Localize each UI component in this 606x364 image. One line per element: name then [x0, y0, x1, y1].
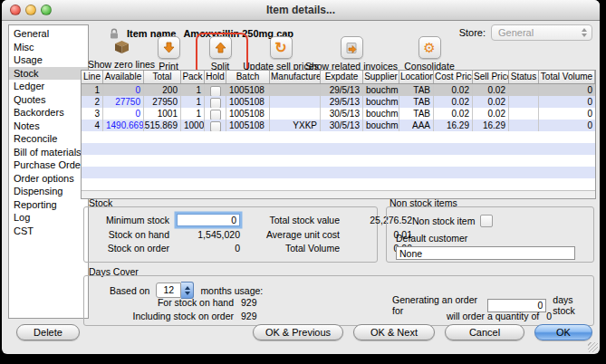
- cell-location: TAB: [399, 108, 434, 120]
- sidebar-item-reconcile[interactable]: Reconcile: [9, 132, 88, 146]
- ok-next-button[interactable]: OK & Next: [353, 324, 435, 340]
- ok-button[interactable]: OK: [534, 324, 592, 340]
- cell-sell-price: 0.02: [473, 84, 509, 96]
- window-content: General Misc Usage Stock Ledger Quotes B…: [2, 20, 600, 354]
- sidebar-item-quotes[interactable]: Quotes: [9, 93, 88, 107]
- sidebar-item-cst[interactable]: CST: [9, 225, 88, 238]
- cell-available: 1490.669: [103, 120, 144, 131]
- cell-hold: [205, 96, 226, 108]
- cell-cost-price: 0.02: [434, 108, 473, 120]
- cell-pack: 1000: [181, 120, 205, 131]
- sidebar-item-dispensing[interactable]: Dispensing: [9, 185, 88, 198]
- tool-show-related-invoices[interactable]: Show related invoices: [298, 36, 405, 72]
- resize-grip[interactable]: [588, 342, 598, 352]
- total-volume-label: Total Volume: [247, 243, 340, 254]
- table-row[interactable]: 2 27750 27950 1 1005108 29/5/13 bouchm T…: [82, 96, 595, 108]
- cell-hold: [205, 108, 226, 120]
- sidebar-item-usage[interactable]: Usage: [9, 53, 88, 67]
- sidebar-item-purchase-orders[interactable]: Purchase Orders: [9, 158, 88, 172]
- cell-total-volume: 0: [539, 84, 595, 96]
- cell-line: 1: [82, 84, 103, 96]
- col-header-total[interactable]: Total: [144, 71, 181, 83]
- col-header-status[interactable]: Status: [509, 71, 539, 83]
- stock-on-hand-label: Stock on hand: [91, 229, 169, 240]
- sidebar-item-stock[interactable]: Stock: [9, 67, 88, 81]
- cell-location: AAA: [399, 120, 434, 131]
- sidebar-item-reporting[interactable]: Reporting: [9, 198, 88, 212]
- col-header-pack[interactable]: Pack: [181, 71, 205, 83]
- horizontal-scrollbar[interactable]: [82, 190, 595, 198]
- table-row[interactable]: 1 0 200 1 1005108 29/5/13 bouchm TAB 0.0…: [82, 84, 595, 96]
- traffic-lights: [10, 5, 52, 15]
- including-stock-on-order-label: Including stock on order: [84, 311, 234, 321]
- hold-checkbox[interactable]: [210, 110, 221, 120]
- tool-consolidate[interactable]: ⚙ Consolidate: [393, 36, 466, 72]
- cell-status: [509, 96, 539, 108]
- cell-location: TAB: [399, 84, 434, 96]
- cell-expdate: 29/5/13: [321, 84, 363, 96]
- cell-batch: 1005108: [226, 108, 270, 120]
- cell-line: 4: [82, 120, 103, 131]
- col-header-expdate[interactable]: Expdate: [321, 71, 363, 83]
- sidebar-item-general[interactable]: General: [9, 27, 88, 41]
- col-header-cost-price[interactable]: Cost Price: [434, 71, 473, 83]
- cell-manufacturer: YXKP: [270, 120, 321, 131]
- days-cover-section-box: Based on 12 months usage: For stock on h…: [83, 275, 594, 326]
- zoom-button[interactable]: [41, 5, 52, 15]
- cancel-button[interactable]: Cancel: [445, 324, 524, 340]
- col-header-supplier[interactable]: Supplier: [363, 71, 399, 83]
- sidebar-item-backorders[interactable]: Backorders: [9, 106, 88, 120]
- window-title: Item details...: [2, 0, 600, 20]
- delete-button[interactable]: Delete: [16, 324, 80, 340]
- hold-checkbox[interactable]: [210, 121, 221, 131]
- minimum-stock-input[interactable]: [177, 214, 240, 226]
- ok-previous-button[interactable]: OK & Previous: [253, 324, 343, 340]
- stock-on-order-label: Stock on order: [91, 243, 169, 254]
- cell-status: [509, 120, 539, 131]
- non-stock-item-checkbox[interactable]: [480, 215, 493, 227]
- will-order-quantity-value: 0: [546, 311, 552, 321]
- hold-checkbox[interactable]: [210, 86, 221, 96]
- store-select[interactable]: General: [491, 24, 592, 41]
- col-header-total-volume[interactable]: Total Volume: [539, 71, 595, 83]
- including-stock-on-order-value: 929: [241, 311, 257, 321]
- cell-total: 27950: [144, 96, 181, 108]
- cell-manufacturer: [270, 96, 321, 108]
- sidebar-item-ledger[interactable]: Ledger: [9, 80, 88, 93]
- sidebar-item-order-options[interactable]: Order options: [9, 172, 88, 186]
- cell-total-volume: 0: [539, 96, 595, 108]
- tool-print[interactable]: Print: [143, 36, 194, 72]
- cell-hold: [205, 84, 226, 96]
- store-row: Store: General: [459, 24, 592, 41]
- cell-batch: 1005108: [226, 120, 270, 131]
- cell-location: TAB: [399, 96, 434, 108]
- box-icon: [111, 36, 132, 57]
- for-stock-on-hand-value: 929: [241, 297, 257, 308]
- cell-line: 2: [82, 96, 103, 108]
- close-button[interactable]: [10, 5, 21, 15]
- col-header-location[interactable]: Location: [399, 71, 434, 83]
- cell-sell-price: 0.02: [473, 96, 509, 108]
- col-header-sell-price[interactable]: Sell Price: [473, 71, 509, 83]
- cell-available: 27750: [103, 96, 144, 108]
- table-row[interactable]: 4 1490.669 1515.869 1000 1005108 YXKP 30…: [82, 120, 595, 131]
- cell-cost-price: 0.02: [434, 96, 473, 108]
- default-customer-input[interactable]: [396, 246, 575, 260]
- col-header-hold[interactable]: Hold: [205, 71, 226, 83]
- col-header-available[interactable]: Available: [103, 71, 144, 83]
- sidebar-item-log[interactable]: Log: [9, 211, 88, 225]
- cell-expdate: 30/5/13: [321, 120, 363, 131]
- col-header-batch[interactable]: Batch: [226, 71, 270, 83]
- table-row[interactable]: 3 0 1001 1 1005108 30/5/13 bouchm TAB 0.…: [82, 108, 595, 120]
- cell-line: 3: [82, 108, 103, 120]
- sidebar-item-bill-of-materials[interactable]: Bill of materials: [9, 146, 88, 159]
- title-bar[interactable]: Item details...: [2, 0, 600, 21]
- minimize-button[interactable]: [25, 5, 36, 15]
- cell-sell-price: 16.29: [473, 120, 509, 131]
- hold-checkbox[interactable]: [210, 98, 221, 108]
- for-stock-on-hand-label: For stock on hand: [84, 297, 234, 308]
- sidebar-item-notes[interactable]: Notes: [9, 120, 88, 133]
- col-header-manufacturer[interactable]: Manufacturer: [270, 71, 321, 83]
- col-header-line[interactable]: Line: [82, 71, 103, 83]
- sidebar-item-misc[interactable]: Misc: [9, 41, 88, 54]
